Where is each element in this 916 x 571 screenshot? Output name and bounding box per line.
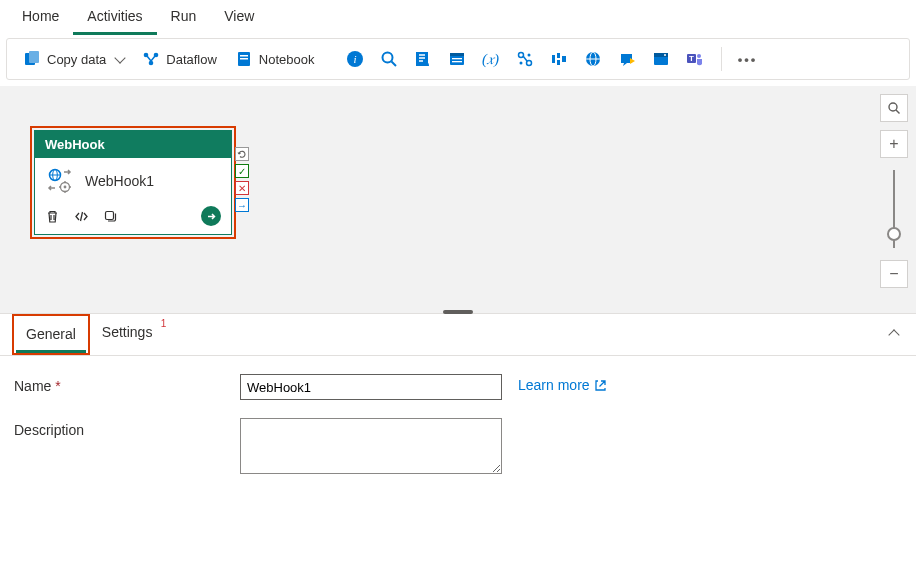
invoke-pipeline-icon[interactable] bbox=[511, 45, 539, 73]
svg-rect-24 bbox=[562, 56, 566, 62]
canvas-controls: + − bbox=[880, 94, 908, 288]
canvas-search-button[interactable] bbox=[880, 94, 908, 122]
learn-more-label: Learn more bbox=[518, 377, 590, 393]
general-tab-highlight: General bbox=[12, 314, 90, 355]
variable-icon[interactable]: (𝑥) bbox=[477, 45, 505, 73]
svg-rect-7 bbox=[240, 58, 248, 60]
functions-icon[interactable] bbox=[545, 45, 573, 73]
toolbar: Copy data Dataflow Notebook i (𝑥) T ••• bbox=[6, 38, 910, 80]
name-label: Name * bbox=[14, 374, 224, 394]
copy-data-button[interactable]: Copy data bbox=[17, 46, 130, 72]
svg-point-4 bbox=[149, 61, 154, 66]
settings-badge: 1 bbox=[161, 318, 167, 329]
svg-line-41 bbox=[896, 110, 900, 114]
toolbar-separator bbox=[721, 47, 722, 71]
svg-rect-15 bbox=[452, 58, 462, 59]
clone-icon[interactable] bbox=[103, 209, 118, 224]
svg-point-20 bbox=[519, 62, 522, 65]
svg-rect-1 bbox=[29, 51, 39, 63]
svg-rect-6 bbox=[240, 55, 248, 57]
failure-handle[interactable]: ✕ bbox=[235, 181, 249, 195]
svg-point-33 bbox=[697, 54, 701, 58]
svg-rect-21 bbox=[552, 55, 555, 63]
info-icon[interactable]: i bbox=[341, 45, 369, 73]
learn-more-link[interactable]: Learn more bbox=[518, 374, 607, 393]
dataflow-icon bbox=[142, 50, 160, 68]
completion-handle[interactable]: → bbox=[235, 198, 249, 212]
svg-point-19 bbox=[527, 54, 530, 57]
external-link-icon bbox=[594, 379, 607, 392]
description-textarea[interactable] bbox=[240, 418, 502, 474]
tab-view[interactable]: View bbox=[210, 0, 268, 35]
office365-icon[interactable] bbox=[647, 45, 675, 73]
svg-point-10 bbox=[382, 53, 392, 63]
chevron-up-icon bbox=[888, 329, 899, 340]
webhook-icon[interactable] bbox=[613, 45, 641, 73]
dataflow-button[interactable]: Dataflow bbox=[136, 46, 223, 72]
chevron-down-icon bbox=[115, 52, 126, 63]
copy-data-icon bbox=[23, 50, 41, 68]
zoom-slider-track[interactable] bbox=[893, 170, 895, 248]
success-handle[interactable]: ✓ bbox=[235, 164, 249, 178]
run-arrow-button[interactable] bbox=[201, 206, 221, 226]
panel-resize-handle[interactable] bbox=[443, 310, 473, 314]
tab-settings-label: Settings bbox=[102, 324, 153, 340]
code-icon[interactable] bbox=[74, 209, 89, 224]
sproc-icon[interactable] bbox=[443, 45, 471, 73]
svg-text:T: T bbox=[689, 54, 694, 63]
more-dots-icon: ••• bbox=[738, 52, 758, 67]
svg-point-38 bbox=[64, 186, 67, 189]
teams-icon[interactable]: T bbox=[681, 45, 709, 73]
notebook-button[interactable]: Notebook bbox=[229, 46, 321, 72]
tab-activities[interactable]: Activities bbox=[73, 0, 156, 35]
webhook-activity-icon bbox=[47, 168, 75, 194]
web-icon[interactable] bbox=[579, 45, 607, 73]
tab-general[interactable]: General bbox=[16, 318, 86, 353]
lookup-icon[interactable] bbox=[375, 45, 403, 73]
dataflow-label: Dataflow bbox=[166, 52, 217, 67]
dependency-handles: ✓ ✕ → bbox=[235, 147, 249, 212]
name-input[interactable] bbox=[240, 374, 502, 400]
properties-header: General Settings 1 bbox=[0, 314, 916, 356]
svg-line-11 bbox=[391, 62, 396, 67]
activity-selection-highlight: WebHook WebHook1 bbox=[30, 126, 236, 239]
zoom-slider-thumb[interactable] bbox=[887, 227, 901, 241]
svg-rect-12 bbox=[416, 52, 428, 66]
zoom-in-button[interactable]: + bbox=[880, 130, 908, 158]
svg-point-40 bbox=[889, 103, 897, 111]
more-button[interactable]: ••• bbox=[734, 45, 762, 73]
svg-point-18 bbox=[526, 61, 531, 66]
svg-rect-23 bbox=[557, 60, 560, 65]
copy-data-label: Copy data bbox=[47, 52, 106, 67]
svg-point-30 bbox=[664, 54, 666, 56]
svg-rect-22 bbox=[557, 53, 560, 58]
collapse-panel-button[interactable] bbox=[884, 321, 904, 348]
properties-body: Name * Learn more Description bbox=[0, 356, 916, 510]
activity-name-label: WebHook1 bbox=[85, 173, 154, 189]
notebook-icon bbox=[235, 50, 253, 68]
delete-icon[interactable] bbox=[45, 209, 60, 224]
description-label: Description bbox=[14, 418, 224, 438]
tab-run[interactable]: Run bbox=[157, 0, 211, 35]
activity-type-header: WebHook bbox=[35, 131, 231, 158]
svg-rect-39 bbox=[106, 211, 114, 219]
tab-settings[interactable]: Settings 1 bbox=[92, 316, 163, 351]
activity-card[interactable]: WebHook WebHook1 bbox=[34, 130, 232, 235]
top-tabs: Home Activities Run View bbox=[0, 0, 916, 36]
skip-handle[interactable] bbox=[235, 147, 249, 161]
notebook-label: Notebook bbox=[259, 52, 315, 67]
properties-tabs: General Settings 1 bbox=[12, 314, 164, 355]
zoom-out-button[interactable]: − bbox=[880, 260, 908, 288]
svg-text:i: i bbox=[353, 53, 356, 65]
svg-rect-16 bbox=[452, 61, 462, 62]
pipeline-canvas[interactable]: WebHook WebHook1 bbox=[0, 86, 916, 314]
tab-home[interactable]: Home bbox=[8, 0, 73, 35]
svg-rect-14 bbox=[450, 53, 464, 56]
script-icon[interactable] bbox=[409, 45, 437, 73]
